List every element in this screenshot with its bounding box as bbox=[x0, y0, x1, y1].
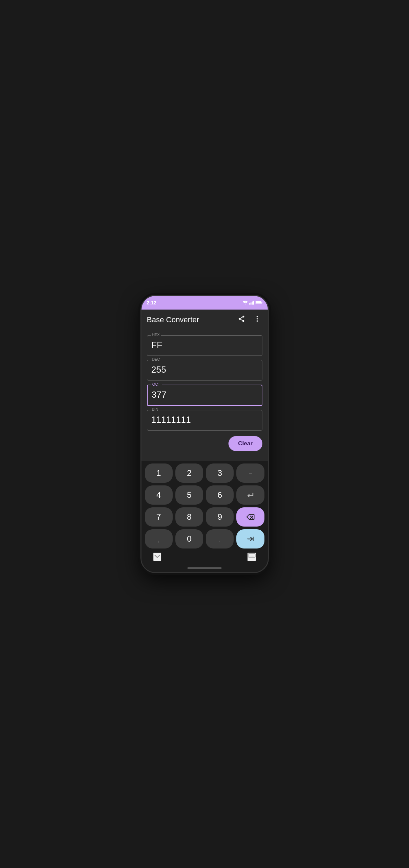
phone-shell: 2:12 Base Converter bbox=[140, 295, 269, 573]
dec-field-group[interactable]: DEC 255 bbox=[147, 360, 262, 381]
key-row-1: 1 2 3 − bbox=[145, 463, 264, 483]
content-area: HEX FF DEC 255 OCT 377 BIN 11111111 Clea… bbox=[141, 330, 268, 461]
key-3[interactable]: 3 bbox=[206, 463, 234, 483]
svg-point-8 bbox=[238, 318, 240, 320]
dec-label: DEC bbox=[151, 357, 161, 361]
chevron-down-button[interactable] bbox=[153, 553, 161, 561]
key-row-2: 4 5 6 bbox=[145, 485, 264, 505]
clear-button[interactable]: Clear bbox=[228, 436, 262, 451]
dots-icon bbox=[253, 315, 261, 323]
key-1[interactable]: 1 bbox=[145, 463, 173, 483]
wifi-icon bbox=[243, 301, 248, 305]
key-dot[interactable]: . bbox=[206, 529, 234, 548]
share-icon bbox=[238, 315, 245, 323]
svg-point-12 bbox=[257, 316, 258, 317]
oct-label: OCT bbox=[151, 382, 162, 386]
key-backspace[interactable] bbox=[236, 507, 264, 527]
share-button[interactable] bbox=[236, 314, 247, 326]
keyboard-mode-button[interactable] bbox=[247, 553, 256, 561]
clear-row: Clear bbox=[147, 435, 262, 453]
signal-icon bbox=[249, 301, 254, 305]
svg-rect-6 bbox=[256, 302, 261, 304]
bin-value: 11111111 bbox=[151, 414, 258, 427]
svg-rect-2 bbox=[252, 302, 253, 305]
backspace-icon bbox=[246, 514, 255, 520]
svg-point-9 bbox=[242, 320, 244, 322]
hex-field-group[interactable]: HEX FF bbox=[147, 335, 262, 356]
tab-icon bbox=[246, 536, 255, 542]
key-8[interactable]: 8 bbox=[175, 507, 203, 527]
hex-label: HEX bbox=[151, 333, 161, 337]
bin-field-group[interactable]: BIN 11111111 bbox=[147, 410, 262, 431]
key-row-3: 7 8 9 bbox=[145, 507, 264, 527]
keyboard-bottom bbox=[145, 551, 264, 564]
svg-rect-0 bbox=[249, 303, 250, 304]
keyboard-icon bbox=[248, 553, 256, 559]
app-title: Base Converter bbox=[147, 315, 199, 324]
svg-rect-5 bbox=[261, 302, 262, 303]
status-icons bbox=[243, 301, 262, 305]
key-row-4: , 0 . bbox=[145, 529, 264, 548]
keyboard: 1 2 3 − 4 5 6 7 8 9 bbox=[141, 461, 268, 565]
svg-line-11 bbox=[240, 317, 242, 318]
oct-field-group[interactable]: OCT 377 bbox=[147, 385, 262, 406]
more-options-button[interactable] bbox=[252, 314, 262, 326]
battery-icon bbox=[256, 301, 262, 305]
key-tab[interactable] bbox=[236, 529, 264, 548]
svg-point-13 bbox=[257, 318, 258, 320]
key-minus[interactable]: − bbox=[236, 463, 264, 483]
key-5[interactable]: 5 bbox=[175, 485, 203, 505]
key-0[interactable]: 0 bbox=[175, 529, 203, 548]
oct-value: 377 bbox=[152, 389, 258, 402]
key-enter[interactable] bbox=[236, 485, 264, 505]
svg-line-10 bbox=[240, 319, 242, 321]
enter-icon bbox=[247, 492, 254, 498]
svg-point-14 bbox=[257, 321, 258, 322]
chevron-down-icon bbox=[154, 554, 161, 559]
hex-value: FF bbox=[151, 340, 258, 352]
status-time: 2:12 bbox=[147, 300, 157, 305]
status-bar: 2:12 bbox=[141, 296, 268, 310]
svg-rect-19 bbox=[248, 554, 255, 557]
key-9[interactable]: 9 bbox=[206, 507, 234, 527]
dec-value: 255 bbox=[151, 364, 258, 377]
svg-rect-1 bbox=[250, 302, 251, 304]
home-bar bbox=[187, 567, 222, 569]
key-2[interactable]: 2 bbox=[175, 463, 203, 483]
top-bar-actions bbox=[236, 314, 262, 326]
home-indicator bbox=[141, 565, 268, 572]
top-bar: Base Converter bbox=[141, 310, 268, 330]
key-6[interactable]: 6 bbox=[206, 485, 234, 505]
bin-label: BIN bbox=[151, 407, 160, 411]
key-comma[interactable]: , bbox=[145, 529, 173, 548]
svg-rect-3 bbox=[253, 301, 254, 304]
key-7[interactable]: 7 bbox=[145, 507, 173, 527]
svg-point-7 bbox=[242, 316, 244, 318]
key-4[interactable]: 4 bbox=[145, 485, 173, 505]
